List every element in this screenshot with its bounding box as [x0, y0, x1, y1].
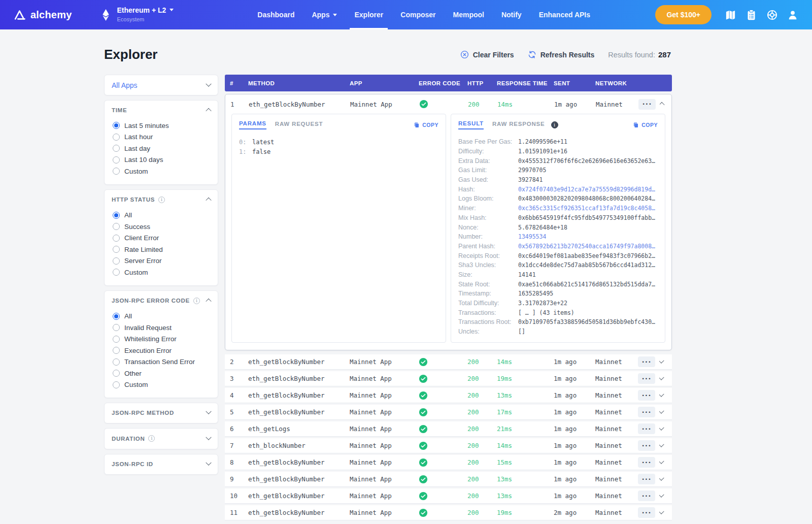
tab-raw-request[interactable]: RAW REQUEST	[275, 121, 323, 129]
refresh-results-button[interactable]: Refresh Results	[528, 50, 595, 59]
chevron-down-icon[interactable]	[659, 493, 664, 498]
nav-item[interactable]: Mempool	[445, 0, 493, 29]
radio-button[interactable]	[113, 347, 120, 354]
radio-option[interactable]: Execution Error	[113, 345, 211, 356]
radio-option[interactable]: Transaction Send Error	[113, 356, 211, 368]
tab-raw-response[interactable]: RAW RESPONSE	[492, 121, 545, 129]
radio-button[interactable]	[113, 168, 120, 175]
table-row[interactable]: 6 eth_getLogs Mainnet App 200 21ms 1m ag…	[225, 421, 672, 437]
radio-button[interactable]	[113, 223, 120, 230]
chevron-down-icon[interactable]	[659, 358, 664, 364]
get-credit-button[interactable]: Get $100+	[655, 5, 712, 24]
radio-button[interactable]	[113, 313, 120, 320]
support-lifebuoy-icon[interactable]	[766, 9, 778, 21]
radio-button[interactable]	[113, 336, 120, 343]
radio-button[interactable]	[113, 324, 120, 331]
chevron-down-icon[interactable]	[659, 375, 664, 380]
tab-params[interactable]: PARAMS	[239, 120, 266, 129]
radio-button[interactable]	[113, 246, 120, 253]
info-icon[interactable]	[158, 196, 165, 203]
radio-option[interactable]: Custom	[113, 267, 211, 278]
row-actions-button[interactable]	[638, 373, 655, 384]
table-row[interactable]: 2 eth_getBlockByNumber Mainnet App 200 1…	[225, 354, 672, 370]
row-actions-button[interactable]	[638, 474, 655, 484]
filter-section-http-status-header[interactable]: HTTP STATUS	[112, 196, 211, 203]
chevron-down-icon[interactable]	[659, 442, 664, 447]
radio-option[interactable]: Last 5 minutes	[113, 120, 211, 132]
filter-section-jsonrpc-id-header[interactable]: JSON-RPC ID	[112, 461, 211, 467]
radio-option[interactable]: Client Error	[113, 233, 211, 244]
chevron-down-icon[interactable]	[659, 459, 664, 464]
radio-option[interactable]: Last 10 days	[113, 154, 211, 166]
row-actions-button[interactable]	[638, 356, 655, 367]
chevron-down-icon[interactable]	[659, 392, 664, 397]
response-info-icon[interactable]	[551, 121, 558, 128]
nav-item[interactable]: Apps	[303, 0, 346, 29]
chevron-up-icon[interactable]	[660, 102, 665, 108]
row-actions-button[interactable]	[638, 99, 656, 110]
table-row[interactable]: 4 eth_getBlockByNumber Mainnet App 200 1…	[225, 388, 672, 403]
clear-filters-button[interactable]: Clear Filters	[460, 50, 514, 59]
filter-section-jsonrpc-method-header[interactable]: JSON-RPC METHOD	[112, 410, 211, 416]
table-row[interactable]: 10 eth_getBlockByNumber Mainnet App 200 …	[225, 488, 672, 504]
copy-request-button[interactable]: COPY	[414, 122, 438, 128]
radio-button[interactable]	[113, 358, 120, 366]
row-actions-button[interactable]	[638, 457, 655, 468]
radio-option[interactable]: Custom	[113, 166, 211, 177]
filter-section-jsonrpc-error-header[interactable]: JSON-RPC ERROR CODE	[112, 298, 211, 304]
copy-response-button[interactable]: COPY	[633, 122, 658, 128]
row-actions-button[interactable]	[638, 507, 655, 518]
row-actions-button[interactable]	[638, 440, 655, 451]
row-actions-button[interactable]	[638, 407, 655, 417]
radio-button[interactable]	[113, 122, 120, 129]
chevron-down-icon[interactable]	[659, 476, 664, 481]
radio-option[interactable]: Other	[113, 368, 211, 379]
info-icon[interactable]	[193, 298, 200, 304]
radio-button[interactable]	[113, 145, 120, 152]
account-user-icon[interactable]	[787, 9, 799, 21]
chevron-down-icon[interactable]	[659, 409, 664, 414]
radio-button[interactable]	[113, 156, 120, 163]
radio-option[interactable]: Server Error	[113, 255, 211, 267]
radio-option[interactable]: All	[113, 311, 211, 322]
filter-section-time-header[interactable]: TIME	[112, 107, 211, 113]
table-row[interactable]: 11 eth_getBlockByNumber Mainnet App 200 …	[225, 505, 672, 520]
tab-result[interactable]: RESULT	[458, 120, 484, 129]
radio-button[interactable]	[113, 235, 120, 242]
chevron-down-icon[interactable]	[659, 509, 664, 514]
radio-option[interactable]: Rate Limited	[113, 244, 211, 255]
row-actions-button[interactable]	[638, 423, 655, 434]
radio-button[interactable]	[113, 212, 120, 219]
radio-option[interactable]: All	[113, 210, 211, 221]
nav-item[interactable]: Notify	[493, 0, 530, 29]
nav-item[interactable]: Dashboard	[249, 0, 303, 29]
alchemy-logo[interactable]: alchemy	[13, 0, 72, 29]
filter-section-duration-header[interactable]: DURATION	[112, 435, 211, 442]
radio-option[interactable]: Success	[113, 221, 211, 233]
docs-map-icon[interactable]	[724, 9, 736, 21]
radio-option[interactable]: Custom	[113, 379, 211, 391]
chevron-down-icon[interactable]	[659, 425, 664, 431]
nav-item[interactable]: Explorer	[346, 0, 392, 29]
radio-button[interactable]	[113, 257, 120, 265]
table-row[interactable]: 3 eth_getBlockByNumber Mainnet App 200 1…	[225, 371, 672, 386]
changelog-clipboard-icon[interactable]	[745, 9, 757, 21]
table-row[interactable]: 9 eth_getBlockByNumber Mainnet App 200 1…	[225, 472, 672, 487]
radio-option[interactable]: Whitelisting Error	[113, 334, 211, 345]
table-row[interactable]: 7 eth_blockNumber Mainnet App 200 14ms 1…	[225, 438, 672, 453]
table-row[interactable]: 5 eth_getBlockByNumber Mainnet App 200 1…	[225, 405, 672, 420]
info-icon[interactable]	[148, 435, 155, 442]
radio-option[interactable]: Last day	[113, 143, 211, 154]
row-actions-button[interactable]	[638, 490, 655, 501]
nav-item[interactable]: Enhanced APIs	[530, 0, 599, 29]
radio-button[interactable]	[113, 370, 120, 377]
radio-button[interactable]	[113, 134, 120, 141]
radio-option[interactable]: Last hour	[113, 132, 211, 143]
ecosystem-switcher[interactable]: Ethereum + L2 Ecosystem	[100, 0, 174, 29]
radio-button[interactable]	[113, 381, 120, 388]
table-row[interactable]: 8 eth_getBlockByNumber Mainnet App 200 1…	[225, 455, 672, 470]
row-actions-button[interactable]	[638, 390, 655, 401]
table-row-expanded[interactable]: 1 eth_getBlockByNumber Mainnet App 200 1…	[225, 94, 671, 114]
radio-button[interactable]	[113, 269, 120, 276]
nav-item[interactable]: Composer	[392, 0, 444, 29]
